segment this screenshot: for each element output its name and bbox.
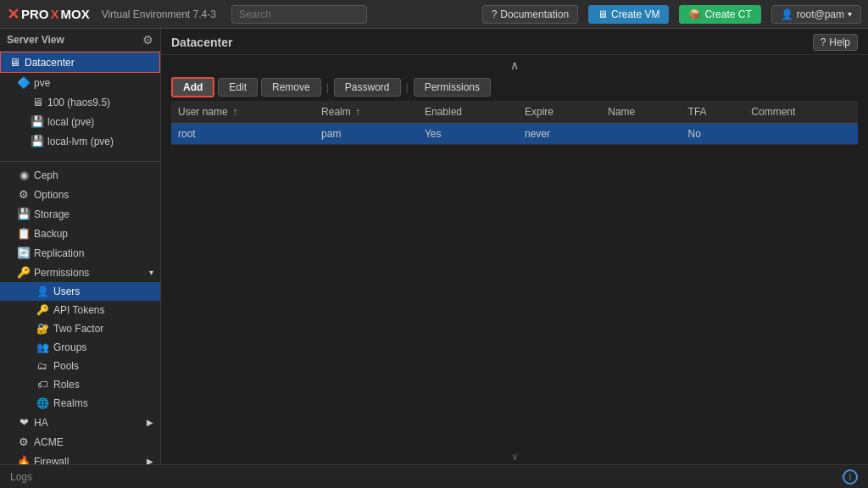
col-comment[interactable]: Comment: [744, 101, 858, 124]
cell-enabled: Yes: [418, 124, 518, 145]
content-area: Datacenter ? Help ∧ Add Edit Remove | Pa…: [161, 29, 868, 464]
cell-username: root: [171, 124, 314, 145]
help-icon: ?: [821, 36, 826, 48]
content-scroll-down: ∨: [161, 449, 868, 464]
ha-expand-icon: ▶: [147, 418, 153, 427]
app-title: Virtual Environment 7.4-3: [102, 8, 216, 20]
cell-expire: never: [518, 124, 601, 145]
password-button[interactable]: Password: [334, 78, 401, 97]
logo-ox: X: [51, 7, 59, 21]
users-icon: 👤: [36, 286, 49, 297]
documentation-button[interactable]: ? Documentation: [482, 5, 578, 24]
datacenter-icon: 🖥: [8, 56, 21, 69]
nav-arrows: ∧: [161, 55, 868, 74]
topbar: ✕ PROXMOX Virtual Environment 7.4-3 ? Do…: [0, 0, 868, 29]
help-button[interactable]: ? Help: [813, 34, 858, 51]
sidebar: Server View ⚙ 🖥 Datacenter 🔷 pve 🖥 100 (…: [0, 29, 161, 464]
sidebar-item-backup[interactable]: 📋 Backup: [0, 224, 160, 243]
logo-mox: MOX: [61, 7, 90, 21]
edit-button[interactable]: Edit: [218, 78, 258, 97]
firewall-icon: 🔥: [17, 455, 31, 464]
sidebar-item-pools[interactable]: 🗂 Pools: [0, 357, 160, 375]
lvm-icon: 💾: [31, 135, 44, 147]
col-expire[interactable]: Expire: [518, 101, 601, 124]
table-header-row: User name ↑ Realm ↑ Enabled Expire: [171, 101, 858, 124]
create-ct-button[interactable]: 📦 Create CT: [679, 5, 760, 24]
sidebar-item-acme[interactable]: ⚙ ACME: [0, 432, 160, 452]
table-row[interactable]: root pam Yes never No: [171, 124, 858, 145]
pools-icon: 🗂: [36, 360, 49, 372]
ceph-icon: ◉: [17, 169, 31, 181]
permissions-button[interactable]: Permissions: [414, 78, 491, 97]
sidebar-item-firewall[interactable]: 🔥 Firewall ▶: [0, 452, 160, 464]
sidebar-item-options[interactable]: ⚙ Options: [0, 185, 160, 204]
col-username[interactable]: User name ↑: [171, 101, 314, 124]
separator-1: |: [326, 81, 329, 93]
info-icon[interactable]: i: [843, 469, 858, 485]
options-icon: ⚙: [17, 188, 31, 201]
logo: ✕ PROXMOX: [7, 5, 90, 24]
users-table: User name ↑ Realm ↑ Enabled Expire: [171, 101, 858, 145]
remove-button[interactable]: Remove: [261, 78, 321, 97]
sidebar-item-local-lvm[interactable]: 💾 local-lvm (pve): [0, 131, 160, 151]
sidebar-item-replication[interactable]: 🔄 Replication: [0, 243, 160, 263]
groups-icon: 👥: [36, 341, 49, 353]
user-icon: 👤: [781, 8, 793, 20]
sidebar-item-groups[interactable]: 👥 Groups: [0, 338, 160, 357]
table-area: User name ↑ Realm ↑ Enabled Expire: [161, 101, 868, 449]
sidebar-tree: 🖥 Datacenter 🔷 pve 🖥 100 (haos9.5) 💾 loc…: [0, 52, 160, 464]
sidebar-item-100[interactable]: 🖥 100 (haos9.5): [0, 92, 160, 112]
add-button[interactable]: Add: [171, 77, 214, 97]
sort-realm-icon: ↑: [355, 106, 360, 118]
separator-2: |: [406, 81, 409, 93]
cell-tfa: No: [682, 124, 745, 145]
sidebar-item-ceph[interactable]: ◉ Ceph: [0, 165, 160, 185]
sidebar-item-storage[interactable]: 💾 Storage: [0, 204, 160, 224]
scroll-down-arrow: ∨: [511, 451, 519, 463]
sidebar-item-realms[interactable]: 🌐 Realms: [0, 394, 160, 413]
col-name[interactable]: Name: [601, 101, 681, 124]
col-tfa[interactable]: TFA: [682, 101, 745, 124]
sidebar-item-users[interactable]: 👤 Users: [0, 282, 160, 301]
sidebar-item-datacenter[interactable]: 🖥 Datacenter: [0, 52, 160, 73]
table-body: root pam Yes never No: [171, 124, 858, 145]
logo-x: ✕: [7, 5, 19, 24]
search-input[interactable]: [231, 5, 367, 24]
vm-icon: 🖥: [31, 96, 44, 108]
sidebar-item-permissions[interactable]: 🔑 Permissions ▾: [0, 263, 160, 282]
toolbar: Add Edit Remove | Password | Permissions: [161, 74, 868, 101]
bottombar: Logs i: [0, 464, 868, 488]
storage-icon: 💾: [31, 115, 44, 128]
sidebar-item-local-pve[interactable]: 💾 local (pve): [0, 112, 160, 131]
page-title: Datacenter: [171, 36, 232, 49]
user-menu-button[interactable]: 👤 root@pam ▾: [771, 5, 861, 24]
table-header: User name ↑ Realm ↑ Enabled Expire: [171, 101, 858, 124]
permissions-expand-icon: ▾: [149, 268, 153, 277]
create-vm-button[interactable]: 🖥 Create VM: [588, 5, 669, 24]
acme-icon: ⚙: [17, 435, 31, 448]
sidebar-item-pve[interactable]: 🔷 pve: [0, 73, 160, 92]
sidebar-item-roles[interactable]: 🏷 Roles: [0, 375, 160, 394]
container-icon: 📦: [688, 8, 701, 20]
chevron-down-icon: ▾: [848, 9, 852, 19]
sidebar-item-two-factor[interactable]: 🔐 Two Factor: [0, 319, 160, 338]
main-area: Server View ⚙ 🖥 Datacenter 🔷 pve 🖥 100 (…: [0, 29, 868, 464]
sidebar-gear-icon[interactable]: ⚙: [142, 33, 153, 47]
col-enabled[interactable]: Enabled: [418, 101, 518, 124]
content-header: Datacenter ? Help: [161, 29, 868, 55]
permissions-icon: 🔑: [17, 266, 31, 279]
logs-label[interactable]: Logs: [10, 471, 32, 483]
monitor-icon: 🖥: [598, 8, 608, 20]
replication-icon: 🔄: [17, 247, 31, 259]
logo-proxmox: PRO: [21, 7, 49, 21]
realms-icon: 🌐: [36, 397, 49, 409]
storage-menu-icon: 💾: [17, 208, 31, 220]
col-realm[interactable]: Realm ↑: [314, 101, 418, 124]
sidebar-item-api-tokens[interactable]: 🔑 API Tokens: [0, 301, 160, 319]
roles-icon: 🏷: [36, 379, 49, 391]
cell-comment: [744, 124, 858, 145]
nav-up-arrow[interactable]: ∧: [507, 58, 522, 72]
cell-name: [601, 124, 681, 145]
sidebar-item-ha[interactable]: ❤ HA ▶: [0, 413, 160, 432]
sidebar-title: Server View: [7, 34, 64, 46]
